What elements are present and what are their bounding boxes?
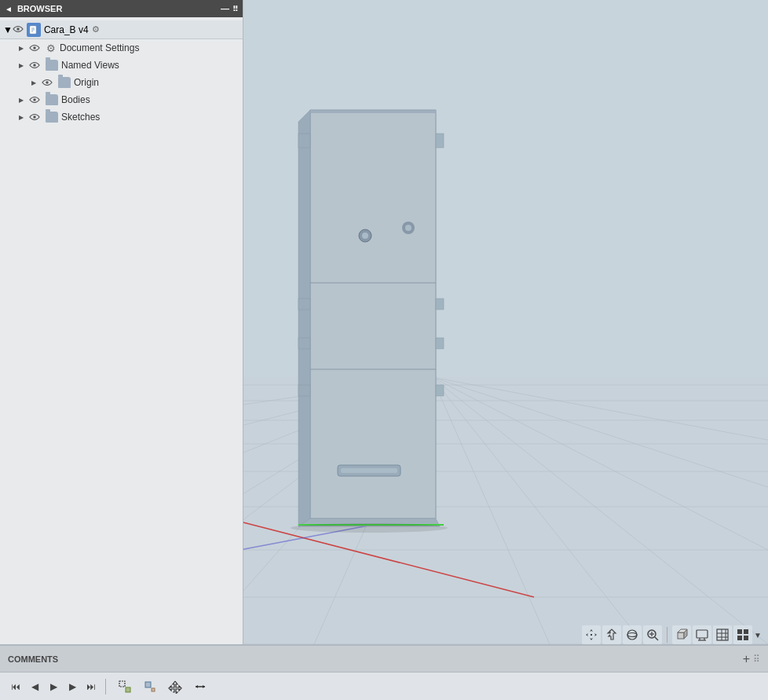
- tree-item-bodies[interactable]: ▶ Bodies: [0, 91, 243, 108]
- sketch-tool-button[interactable]: [141, 677, 159, 696]
- doc-settings-eye[interactable]: [28, 42, 41, 54]
- browser-minimize-icon[interactable]: —: [221, 4, 229, 13]
- svg-point-43: [405, 225, 411, 231]
- select-tool-button[interactable]: [115, 677, 134, 696]
- named-views-arrow[interactable]: ▶: [16, 60, 27, 71]
- tree-item-named-views[interactable]: ▶ Named Views: [0, 57, 243, 74]
- svg-rect-82: [119, 681, 125, 687]
- move-tool-icon[interactable]: [582, 625, 601, 644]
- svg-rect-80: [737, 636, 742, 640]
- playback-toolbar: ⏮ ◀ ▶ ▶ ⏭: [0, 673, 768, 700]
- svg-marker-87: [196, 685, 198, 688]
- svg-rect-35: [436, 299, 444, 310]
- named-views-eye[interactable]: [28, 59, 41, 71]
- tree-item-doc-settings[interactable]: ▶ ⚙ Document Settings: [0, 39, 243, 57]
- sketches-eye[interactable]: [28, 111, 41, 123]
- display-settings-icon[interactable]: [693, 625, 711, 644]
- svg-rect-85: [152, 688, 155, 691]
- svg-rect-73: [717, 629, 728, 640]
- svg-rect-31: [310, 110, 436, 113]
- comments-drag-icon: ⠿: [753, 654, 760, 665]
- align-tool-button[interactable]: [191, 677, 210, 696]
- origin-label: Origin: [74, 77, 99, 88]
- bottom-toolbar: COMMENTS + ⠿ ⏮ ◀ ▶ ▶ ⏭: [0, 644, 768, 700]
- skip-forward-button[interactable]: ⏭: [83, 679, 99, 695]
- document-icon: [27, 23, 41, 37]
- svg-point-45: [362, 233, 368, 239]
- bodies-arrow[interactable]: ▶: [16, 94, 27, 105]
- svg-point-60: [627, 630, 637, 640]
- playback-divider: [105, 679, 106, 695]
- svg-rect-69: [697, 630, 708, 638]
- svg-rect-34: [298, 299, 310, 310]
- svg-point-49: [291, 523, 448, 533]
- root-expand-arrow[interactable]: ▼: [3, 24, 13, 35]
- zoom-tool-icon[interactable]: [643, 625, 662, 644]
- svg-marker-29: [298, 110, 310, 526]
- svg-point-58: [33, 98, 36, 101]
- add-comment-icon[interactable]: +: [743, 652, 750, 666]
- svg-rect-78: [737, 629, 742, 634]
- svg-point-50: [16, 27, 20, 31]
- transform-tool-button[interactable]: [166, 677, 185, 696]
- next-step-button[interactable]: ▶: [64, 679, 80, 695]
- svg-point-61: [627, 633, 637, 637]
- comments-bar: COMMENTS + ⠿: [0, 646, 768, 673]
- collapse-icon[interactable]: ◄: [5, 5, 13, 13]
- svg-rect-66: [678, 632, 684, 639]
- skip-back-button[interactable]: ⏮: [8, 679, 24, 695]
- bodies-folder-icon: [46, 94, 58, 105]
- svg-rect-81: [744, 636, 748, 640]
- origin-arrow[interactable]: ▶: [28, 77, 39, 88]
- browser-header: ◄ BROWSER — ⠿: [0, 0, 243, 17]
- svg-marker-28: [310, 110, 436, 519]
- doc-settings-label: Document Settings: [60, 42, 139, 53]
- svg-point-57: [46, 81, 49, 84]
- svg-point-56: [33, 64, 36, 67]
- more-options-icon[interactable]: [733, 625, 752, 644]
- sketches-label: Sketches: [61, 112, 100, 123]
- svg-rect-39: [436, 385, 444, 396]
- comments-title: COMMENTS: [8, 654, 58, 664]
- doc-settings-arrow[interactable]: ▶: [16, 42, 27, 53]
- origin-eye[interactable]: [41, 76, 53, 89]
- more-dropdown-arrow[interactable]: ▼: [754, 631, 762, 640]
- origin-folder-icon: [58, 77, 71, 88]
- named-views-label: Named Views: [61, 60, 119, 71]
- bodies-label: Bodies: [61, 94, 90, 105]
- named-views-folder-icon: [46, 60, 58, 71]
- svg-rect-37: [436, 338, 444, 349]
- browser-title: BROWSER: [17, 4, 62, 13]
- svg-marker-88: [203, 685, 205, 688]
- settings-gear[interactable]: ⚙: [92, 24, 100, 35]
- svg-rect-47: [341, 468, 397, 473]
- viewport-tools-divider1: [667, 627, 667, 643]
- root-eye-icon[interactable]: [13, 24, 24, 35]
- root-item-label: Cara_B v4: [44, 24, 89, 35]
- root-item[interactable]: ▼ Cara_B v4 ⚙: [0, 20, 243, 39]
- svg-rect-38: [298, 385, 310, 396]
- browser-panel: ◄ BROWSER — ⠿ ▼: [0, 0, 243, 644]
- sketches-folder-icon: [46, 112, 58, 123]
- browser-header-left: ◄ BROWSER: [5, 4, 62, 13]
- tree-item-origin[interactable]: ▶ Origin: [0, 74, 243, 91]
- svg-rect-36: [298, 338, 310, 349]
- view-cube-icon[interactable]: [672, 625, 691, 644]
- grid-settings-icon[interactable]: [713, 625, 732, 644]
- svg-rect-79: [744, 629, 748, 634]
- doc-settings-gear-icon: ⚙: [46, 42, 57, 53]
- svg-rect-83: [126, 687, 130, 692]
- pan-tool-icon[interactable]: [602, 625, 621, 644]
- orbit-tool-icon[interactable]: [623, 625, 642, 644]
- comments-label-area: COMMENTS: [8, 654, 58, 664]
- svg-point-55: [33, 46, 36, 49]
- svg-rect-32: [298, 134, 310, 148]
- svg-rect-33: [436, 134, 444, 148]
- sketches-arrow[interactable]: ▶: [16, 112, 27, 123]
- play-button[interactable]: ▶: [46, 679, 61, 695]
- tree-item-sketches[interactable]: ▶ Sketches: [0, 108, 243, 126]
- prev-step-button[interactable]: ◀: [27, 679, 42, 695]
- svg-point-59: [33, 115, 36, 119]
- bodies-eye[interactable]: [28, 93, 41, 106]
- svg-line-63: [655, 637, 658, 640]
